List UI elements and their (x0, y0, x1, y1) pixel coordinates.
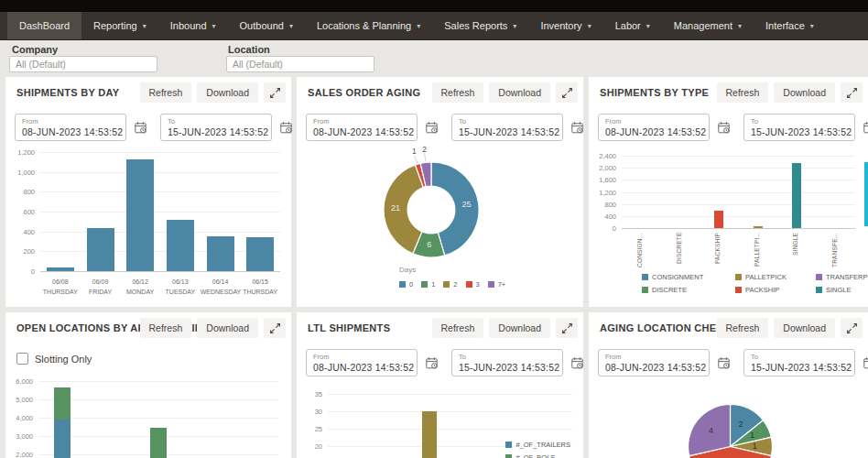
gridline (622, 204, 855, 205)
legend-label: PALLETPICK (745, 273, 787, 281)
expand-icon[interactable] (556, 82, 578, 103)
nav-tab-labor[interactable]: Labor▾ (603, 12, 662, 39)
gridline (40, 212, 280, 213)
nav-tab-management[interactable]: Management▾ (662, 12, 754, 39)
panel-title: SALES ORDER AGING (308, 87, 420, 98)
download-button[interactable]: Download (774, 318, 835, 338)
calendar-icon[interactable] (421, 117, 441, 137)
panel-aging-location-checks: AGING LOCATION CHECKS Refresh Download F… (589, 312, 868, 458)
expand-icon[interactable] (264, 318, 286, 338)
calendar-icon[interactable] (276, 117, 296, 137)
legend-swatch (816, 287, 822, 293)
bar (422, 411, 437, 458)
sales-order-aging-donut: 2562112 (297, 143, 583, 264)
refresh-button[interactable]: Refresh (432, 82, 484, 103)
legend-item: PALLETPICK (735, 273, 816, 281)
gridline (328, 429, 572, 430)
nav-tab-label: Outbound (240, 20, 284, 31)
y-axis-tick: 5,000 (5, 396, 33, 404)
slice-value-label: 1 (753, 442, 757, 451)
y-axis-tick: 2,000 (5, 451, 33, 458)
slice-value-label: 2 (422, 145, 427, 154)
expand-icon[interactable] (264, 82, 286, 103)
label-leader-line (414, 156, 418, 163)
nav-tab-interface[interactable]: Interface▾ (754, 12, 826, 39)
slotting-only-checkbox[interactable] (16, 353, 28, 365)
legend-swatch (816, 274, 822, 280)
x-axis-label: TRANSFE... (831, 233, 838, 269)
bar (126, 159, 154, 271)
nav-tab-inbound[interactable]: Inbound▾ (158, 12, 228, 39)
calendar-icon[interactable] (567, 353, 587, 373)
gridline (622, 228, 855, 229)
company-input[interactable] (9, 56, 157, 72)
legend-item: 1 (421, 280, 435, 289)
download-button[interactable]: Download (197, 318, 258, 338)
y-axis-tick: 1,000 (5, 169, 35, 177)
download-button[interactable]: Download (197, 82, 258, 103)
caret-down-icon: ▾ (738, 22, 742, 30)
legend-swatch (642, 274, 648, 280)
slotting-only-label: Slotting Only (35, 354, 92, 365)
calendar-icon[interactable] (859, 117, 868, 137)
legend-label: 3 (476, 280, 480, 289)
slice-value-label: 1 (750, 431, 754, 440)
legend-swatch (735, 274, 742, 280)
legend-label: PACKSHIP (745, 286, 779, 294)
nav-tab-dashboard[interactable]: DashBoard (7, 12, 81, 39)
from-date-field[interactable]: From 08-JUN-2023 14:53:52 (598, 114, 710, 141)
refresh-button[interactable]: Refresh (140, 82, 192, 103)
from-date-field[interactable]: From 08-JUN-2023 14:53:52 (306, 349, 418, 376)
calendar-icon[interactable] (421, 353, 441, 373)
to-date-field[interactable]: To 15-JUN-2023 14:53:52 (160, 114, 272, 141)
caret-down-icon: ▾ (212, 22, 216, 30)
y-axis-tick: 20 (297, 442, 322, 451)
legend-item: 7+ (488, 280, 506, 289)
x-axis-label: 06/09 FRIDAY (81, 278, 121, 298)
nav-tab-sales-reports[interactable]: Sales Reports▾ (432, 12, 528, 39)
refresh-button[interactable]: Refresh (717, 82, 769, 103)
expand-icon[interactable] (841, 318, 863, 338)
nav-tab-inventory[interactable]: Inventory▾ (528, 12, 602, 39)
bar (87, 228, 114, 271)
calendar-icon[interactable] (859, 353, 868, 373)
vertical-scrollbar-thumb[interactable] (864, 162, 868, 226)
download-button[interactable]: Download (489, 82, 550, 103)
panel-shipments-by-type: SHIPMENTS BY TYPE Refresh Download From … (589, 77, 868, 307)
download-button[interactable]: Download (774, 82, 835, 103)
calendar-icon[interactable] (713, 353, 733, 373)
refresh-button[interactable]: Refresh (717, 318, 769, 338)
to-date-field[interactable]: To 15-JUN-2023 14:53:52 (743, 349, 855, 376)
y-axis-tick: 200 (5, 247, 35, 256)
to-date-field[interactable]: To 15-JUN-2023 14:53:52 (451, 349, 563, 376)
download-button[interactable]: Download (489, 318, 550, 338)
nav-tab-reporting[interactable]: Reporting▾ (81, 12, 158, 39)
to-date-field[interactable]: To 15-JUN-2023 14:53:52 (743, 114, 855, 141)
refresh-button[interactable]: Refresh (140, 318, 192, 338)
location-label: Location (228, 44, 270, 55)
calendar-icon[interactable] (130, 117, 150, 137)
location-input[interactable] (226, 56, 374, 72)
legend-label: SINGLE (826, 286, 852, 294)
nav-tab-locations-planning[interactable]: Locations & Planning▾ (305, 12, 432, 39)
calendar-icon[interactable] (567, 117, 587, 137)
nav-tab-outbound[interactable]: Outbound▾ (228, 12, 305, 39)
refresh-button[interactable]: Refresh (432, 318, 484, 338)
y-axis-tick: 800 (589, 201, 616, 209)
from-date-field[interactable]: From 08-JUN-2023 14:53:52 (306, 114, 418, 141)
gridline (40, 191, 280, 192)
expand-icon[interactable] (556, 318, 578, 338)
slice-value-label: 21 (391, 203, 400, 213)
gridline (328, 411, 572, 412)
expand-icon[interactable] (841, 82, 863, 103)
to-date-field[interactable]: To 15-JUN-2023 14:53:52 (451, 114, 563, 141)
from-date-field[interactable]: From 08-JUN-2023 14:53:52 (15, 114, 126, 141)
from-date-field[interactable]: From 08-JUN-2023 14:53:52 (598, 349, 710, 376)
calendar-icon[interactable] (713, 117, 733, 137)
legend-label: #_OF_TRAILERS (515, 441, 570, 449)
bar (792, 163, 801, 228)
gridline (622, 216, 855, 217)
y-axis-tick: 30 (297, 408, 322, 416)
gridline (40, 232, 280, 233)
pie-svg: 2562112 (297, 143, 583, 264)
